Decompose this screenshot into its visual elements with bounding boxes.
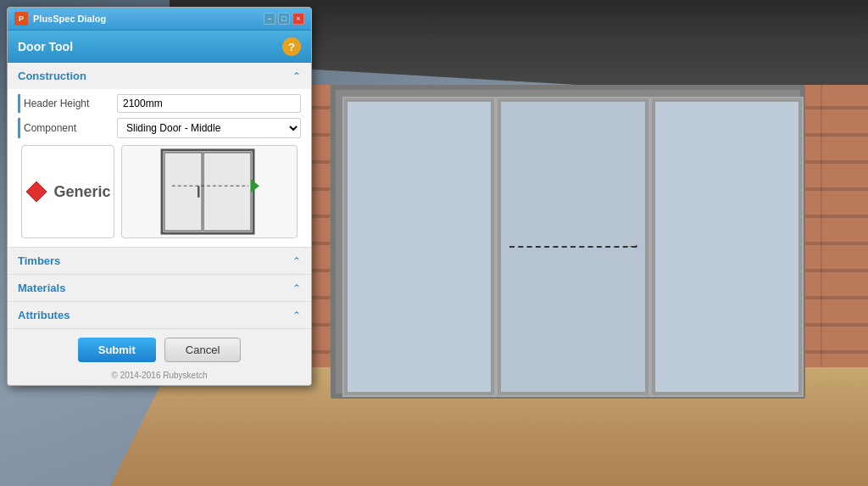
header-height-label: Header Height [24,98,117,109]
close-button[interactable]: × [292,13,304,25]
materials-section-title: Materials [18,282,65,294]
construction-section-title: Construction [18,70,86,82]
title-bar: P PlusSpec Dialog − □ × [8,8,311,31]
dialog-footer: Submit Cancel [8,329,311,371]
maximize-button[interactable]: □ [278,13,290,25]
attributes-chevron-icon: ⌃ [292,310,301,321]
attributes-section-title: Attributes [18,309,70,321]
door-preview [121,145,298,238]
title-bar-left: P PlusSpec Dialog [14,12,106,25]
door-outer-frame: → [331,85,805,399]
door-panel-right [652,98,802,395]
door-frame-container: → [331,85,805,399]
dialog-title: Door Tool [18,40,73,53]
construction-section-content: Header Height Component Sliding Door - M… [8,89,311,247]
door-diagram-svg [122,146,297,237]
brand-logo: Generic [21,145,114,238]
door-panel-left [344,98,494,395]
submit-button[interactable]: Submit [78,338,156,362]
brand-name: Generic [53,183,110,201]
materials-section: Materials ⌃ [8,275,311,302]
svg-rect-2 [164,153,202,231]
construction-section: Construction ⌃ Header Height Component S… [8,63,311,248]
svg-rect-3 [203,153,251,231]
timbers-chevron-icon: ⌃ [292,255,301,267]
minimize-button[interactable]: − [264,13,275,25]
dialog-window: P PlusSpec Dialog − □ × Door Tool ? Cons… [7,7,312,386]
materials-section-header[interactable]: Materials ⌃ [8,275,311,301]
construction-chevron-icon: ⌃ [292,70,301,82]
cancel-button[interactable]: Cancel [164,338,241,362]
window-controls: − □ × [264,13,304,25]
help-button[interactable]: ? [282,37,301,56]
component-row: Component Sliding Door - Middle Sliding … [18,118,301,138]
component-select[interactable]: Sliding Door - Middle Sliding Door - Lef… [117,118,301,138]
header-height-input[interactable] [117,94,301,113]
dialog-body: Construction ⌃ Header Height Component S… [8,63,311,329]
construction-section-header[interactable]: Construction ⌃ [8,63,311,89]
timbers-section: Timbers ⌃ [8,248,311,275]
timbers-section-header[interactable]: Timbers ⌃ [8,248,311,274]
svg-marker-0 [26,182,47,202]
app-icon: P [14,12,28,25]
window-title: PlusSpec Dialog [33,14,106,24]
attributes-section: Attributes ⌃ [8,302,311,329]
timbers-section-title: Timbers [18,254,60,267]
svg-marker-5 [251,179,259,193]
preview-area: Generic [18,145,301,238]
brand-diamond-icon [25,180,48,204]
door-panel-middle: → [498,98,648,395]
door-inner: → [342,97,804,397]
copyright-text: © 2014-2016 Rubysketch [8,371,311,385]
attributes-section-header[interactable]: Attributes ⌃ [8,302,311,328]
header-height-row: Header Height [18,94,301,113]
component-label: Component [24,122,117,134]
dialog-header: Door Tool ? [8,31,311,63]
materials-chevron-icon: ⌃ [292,282,301,294]
brand-inner: Generic [25,180,110,204]
